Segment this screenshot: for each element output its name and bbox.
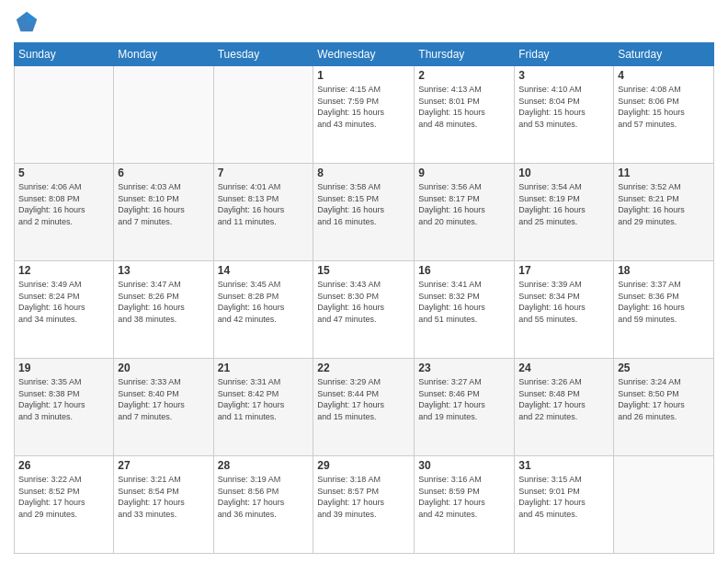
day-info-8: Sunrise: 3:58 AM Sunset: 8:15 PM Dayligh… [317, 181, 410, 227]
day-number-21: 21 [218, 362, 310, 374]
day-info-31: Sunrise: 3:15 AM Sunset: 9:01 PM Dayligh… [518, 474, 609, 520]
day-number-14: 14 [218, 264, 310, 277]
day-cell-21: 21Sunrise: 3:31 AM Sunset: 8:42 PM Dayli… [213, 359, 313, 456]
day-cell-4: 4Sunrise: 4:08 AM Sunset: 8:06 PM Daylig… [614, 66, 714, 164]
day-number-9: 9 [418, 167, 510, 179]
day-cell-11: 11Sunrise: 3:52 AM Sunset: 8:21 PM Dayli… [614, 164, 714, 261]
day-number-25: 25 [618, 362, 710, 374]
day-cell-12: 12Sunrise: 3:49 AM Sunset: 8:24 PM Dayli… [15, 261, 114, 359]
weekday-header-tuesday: Tuesday [213, 43, 313, 66]
day-info-6: Sunrise: 4:03 AM Sunset: 8:10 PM Dayligh… [118, 181, 209, 227]
weekday-header-thursday: Thursday [415, 43, 515, 66]
day-info-30: Sunrise: 3:16 AM Sunset: 8:59 PM Dayligh… [418, 474, 510, 520]
header [14, 9, 714, 35]
empty-cell [614, 456, 714, 554]
day-number-28: 28 [218, 459, 310, 472]
day-cell-1: 1Sunrise: 4:15 AM Sunset: 7:59 PM Daylig… [313, 66, 415, 164]
day-info-11: Sunrise: 3:52 AM Sunset: 8:21 PM Dayligh… [618, 181, 710, 227]
day-info-21: Sunrise: 3:31 AM Sunset: 8:42 PM Dayligh… [218, 376, 310, 422]
day-info-22: Sunrise: 3:29 AM Sunset: 8:44 PM Dayligh… [317, 376, 410, 422]
day-number-10: 10 [518, 167, 609, 179]
day-cell-31: 31Sunrise: 3:15 AM Sunset: 9:01 PM Dayli… [515, 456, 614, 554]
day-cell-13: 13Sunrise: 3:47 AM Sunset: 8:26 PM Dayli… [114, 261, 213, 359]
weekday-header-saturday: Saturday [614, 43, 714, 66]
day-cell-26: 26Sunrise: 3:22 AM Sunset: 8:52 PM Dayli… [15, 456, 114, 554]
day-info-10: Sunrise: 3:54 AM Sunset: 8:19 PM Dayligh… [518, 181, 609, 227]
day-cell-20: 20Sunrise: 3:33 AM Sunset: 8:40 PM Dayli… [114, 359, 213, 456]
day-number-23: 23 [418, 362, 510, 374]
day-number-27: 27 [118, 459, 209, 472]
day-info-16: Sunrise: 3:41 AM Sunset: 8:32 PM Dayligh… [418, 279, 510, 325]
day-cell-29: 29Sunrise: 3:18 AM Sunset: 8:57 PM Dayli… [313, 456, 415, 554]
weekday-header-friday: Friday [515, 43, 614, 66]
day-cell-14: 14Sunrise: 3:45 AM Sunset: 8:28 PM Dayli… [213, 261, 313, 359]
day-info-17: Sunrise: 3:39 AM Sunset: 8:34 PM Dayligh… [518, 279, 609, 325]
day-info-13: Sunrise: 3:47 AM Sunset: 8:26 PM Dayligh… [118, 279, 209, 325]
day-info-14: Sunrise: 3:45 AM Sunset: 8:28 PM Dayligh… [218, 279, 310, 325]
day-number-20: 20 [118, 362, 209, 374]
day-cell-18: 18Sunrise: 3:37 AM Sunset: 8:36 PM Dayli… [614, 261, 714, 359]
day-cell-5: 5Sunrise: 4:06 AM Sunset: 8:08 PM Daylig… [15, 164, 114, 261]
calendar-table: SundayMondayTuesdayWednesdayThursdayFrid… [14, 42, 714, 554]
week-row-5: 26Sunrise: 3:22 AM Sunset: 8:52 PM Dayli… [15, 456, 714, 554]
day-cell-25: 25Sunrise: 3:24 AM Sunset: 8:50 PM Dayli… [614, 359, 714, 456]
day-info-9: Sunrise: 3:56 AM Sunset: 8:17 PM Dayligh… [418, 181, 510, 227]
day-number-15: 15 [317, 264, 410, 277]
day-info-23: Sunrise: 3:27 AM Sunset: 8:46 PM Dayligh… [418, 376, 510, 422]
day-cell-30: 30Sunrise: 3:16 AM Sunset: 8:59 PM Dayli… [415, 456, 515, 554]
day-cell-27: 27Sunrise: 3:21 AM Sunset: 8:54 PM Dayli… [114, 456, 213, 554]
day-number-16: 16 [418, 264, 510, 277]
day-number-24: 24 [518, 362, 609, 374]
day-number-29: 29 [317, 459, 410, 472]
day-info-24: Sunrise: 3:26 AM Sunset: 8:48 PM Dayligh… [518, 376, 609, 422]
empty-cell [15, 66, 114, 164]
day-cell-9: 9Sunrise: 3:56 AM Sunset: 8:17 PM Daylig… [415, 164, 515, 261]
day-info-27: Sunrise: 3:21 AM Sunset: 8:54 PM Dayligh… [118, 474, 209, 520]
day-cell-2: 2Sunrise: 4:13 AM Sunset: 8:01 PM Daylig… [415, 66, 515, 164]
logo-icon [14, 9, 40, 35]
day-number-22: 22 [317, 362, 410, 374]
day-cell-6: 6Sunrise: 4:03 AM Sunset: 8:10 PM Daylig… [114, 164, 213, 261]
day-info-15: Sunrise: 3:43 AM Sunset: 8:30 PM Dayligh… [317, 279, 410, 325]
day-info-26: Sunrise: 3:22 AM Sunset: 8:52 PM Dayligh… [18, 474, 109, 520]
day-info-25: Sunrise: 3:24 AM Sunset: 8:50 PM Dayligh… [618, 376, 710, 422]
day-info-2: Sunrise: 4:13 AM Sunset: 8:01 PM Dayligh… [418, 84, 510, 130]
day-number-3: 3 [518, 69, 609, 82]
day-info-29: Sunrise: 3:18 AM Sunset: 8:57 PM Dayligh… [317, 474, 410, 520]
week-row-3: 12Sunrise: 3:49 AM Sunset: 8:24 PM Dayli… [15, 261, 714, 359]
day-cell-8: 8Sunrise: 3:58 AM Sunset: 8:15 PM Daylig… [313, 164, 415, 261]
day-cell-15: 15Sunrise: 3:43 AM Sunset: 8:30 PM Dayli… [313, 261, 415, 359]
day-number-5: 5 [18, 167, 109, 179]
day-number-1: 1 [317, 69, 410, 82]
day-number-12: 12 [18, 264, 109, 277]
day-number-31: 31 [518, 459, 609, 472]
day-number-26: 26 [18, 459, 109, 472]
day-number-4: 4 [618, 69, 710, 82]
day-cell-16: 16Sunrise: 3:41 AM Sunset: 8:32 PM Dayli… [415, 261, 515, 359]
day-info-5: Sunrise: 4:06 AM Sunset: 8:08 PM Dayligh… [18, 181, 109, 227]
day-info-18: Sunrise: 3:37 AM Sunset: 8:36 PM Dayligh… [618, 279, 710, 325]
day-number-18: 18 [618, 264, 710, 277]
day-cell-28: 28Sunrise: 3:19 AM Sunset: 8:56 PM Dayli… [213, 456, 313, 554]
weekday-header-wednesday: Wednesday [313, 43, 415, 66]
day-number-6: 6 [118, 167, 209, 179]
day-cell-22: 22Sunrise: 3:29 AM Sunset: 8:44 PM Dayli… [313, 359, 415, 456]
day-number-7: 7 [218, 167, 310, 179]
weekday-header-sunday: Sunday [15, 43, 114, 66]
day-number-19: 19 [18, 362, 109, 374]
weekday-header-row: SundayMondayTuesdayWednesdayThursdayFrid… [15, 43, 714, 66]
day-number-2: 2 [418, 69, 510, 82]
day-cell-3: 3Sunrise: 4:10 AM Sunset: 8:04 PM Daylig… [515, 66, 614, 164]
day-info-12: Sunrise: 3:49 AM Sunset: 8:24 PM Dayligh… [18, 279, 109, 325]
day-number-17: 17 [518, 264, 609, 277]
day-cell-10: 10Sunrise: 3:54 AM Sunset: 8:19 PM Dayli… [515, 164, 614, 261]
weekday-header-monday: Monday [114, 43, 213, 66]
day-number-8: 8 [317, 167, 410, 179]
day-info-4: Sunrise: 4:08 AM Sunset: 8:06 PM Dayligh… [618, 84, 710, 130]
day-cell-17: 17Sunrise: 3:39 AM Sunset: 8:34 PM Dayli… [515, 261, 614, 359]
day-number-30: 30 [418, 459, 510, 472]
page: SundayMondayTuesdayWednesdayThursdayFrid… [0, 0, 728, 563]
day-cell-7: 7Sunrise: 4:01 AM Sunset: 8:13 PM Daylig… [213, 164, 313, 261]
week-row-4: 19Sunrise: 3:35 AM Sunset: 8:38 PM Dayli… [15, 359, 714, 456]
day-cell-24: 24Sunrise: 3:26 AM Sunset: 8:48 PM Dayli… [515, 359, 614, 456]
